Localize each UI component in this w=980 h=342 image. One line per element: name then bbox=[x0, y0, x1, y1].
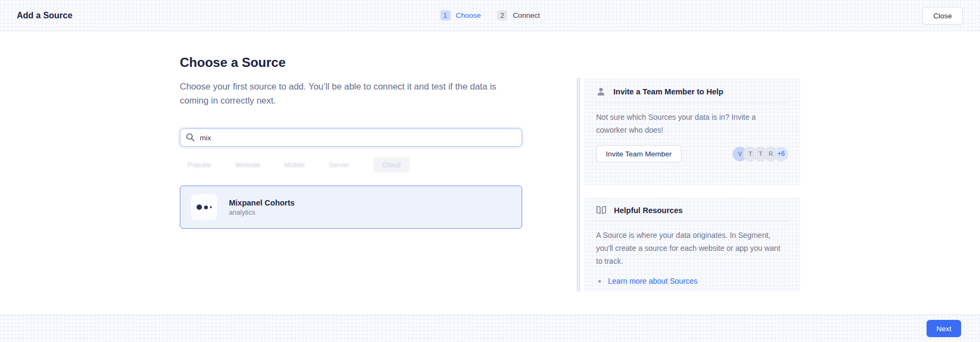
tab-popular[interactable]: Popular bbox=[187, 161, 212, 169]
invite-card-header: Invite a Team Member to Help bbox=[596, 78, 788, 97]
invite-team-card: Invite a Team Member to Help Not sure wh… bbox=[584, 78, 800, 185]
header-bar: Add a Source 1 Choose 2 Connect Close bbox=[0, 0, 980, 31]
tab-server[interactable]: Server bbox=[329, 161, 349, 169]
page-title: Add a Source bbox=[17, 11, 72, 20]
invite-team-member-button[interactable]: Invite Team Member bbox=[596, 145, 681, 162]
step-choose-label: Choose bbox=[456, 11, 481, 19]
resources-card-body: A Source is where your data originates. … bbox=[596, 229, 788, 268]
step-connect-label: Connect bbox=[513, 11, 540, 19]
sidebar-texture-strip bbox=[577, 78, 580, 292]
tab-cloud[interactable]: Cloud bbox=[373, 157, 410, 173]
search-input[interactable] bbox=[180, 128, 522, 147]
source-result-mixpanel-cohorts[interactable]: Mixpanel Cohorts analytics bbox=[180, 186, 522, 229]
divider bbox=[596, 221, 788, 221]
main-column: Choose a Source Choose your first source… bbox=[180, 31, 522, 229]
wizard-steps: 1 Choose 2 Connect bbox=[440, 0, 540, 31]
resource-link-item: Learn more about Sources bbox=[596, 277, 788, 285]
bullet-dot-icon bbox=[598, 280, 601, 283]
footer-bar: Next bbox=[0, 314, 980, 342]
section-description: Choose your first source to add. You’ll … bbox=[180, 79, 504, 107]
content-area: Choose a Source Choose your first source… bbox=[0, 31, 980, 314]
avatar-overflow-badge: +6 bbox=[774, 147, 788, 161]
team-avatars: V T T R +6 bbox=[733, 147, 788, 161]
source-name: Mixpanel Cohorts bbox=[229, 199, 295, 207]
person-icon bbox=[596, 87, 606, 97]
section-heading: Choose a Source bbox=[180, 55, 522, 70]
next-button[interactable]: Next bbox=[927, 320, 961, 337]
mixpanel-dots-logo bbox=[191, 194, 217, 220]
step-connect-number: 2 bbox=[497, 10, 508, 20]
helpful-resources-card: Helpful Resources A Source is where your… bbox=[584, 198, 800, 292]
resources-card-header: Helpful Resources bbox=[596, 198, 788, 215]
tab-mobile[interactable]: Mobile bbox=[285, 161, 305, 169]
divider bbox=[596, 102, 788, 103]
resources-card-title: Helpful Resources bbox=[614, 206, 682, 215]
step-choose-number: 1 bbox=[440, 10, 450, 20]
step-connect[interactable]: 2 Connect bbox=[497, 10, 540, 20]
invite-card-title: Invite a Team Member to Help bbox=[613, 87, 724, 96]
step-choose[interactable]: 1 Choose bbox=[440, 10, 481, 20]
source-category: analytics bbox=[229, 209, 295, 216]
close-button[interactable]: Close bbox=[922, 6, 963, 24]
learn-more-sources-link[interactable]: Learn more about Sources bbox=[608, 277, 698, 285]
tab-website[interactable]: Website bbox=[235, 161, 261, 169]
add-source-page: Add a Source 1 Choose 2 Connect Close Ch… bbox=[0, 0, 980, 342]
result-text: Mixpanel Cohorts analytics bbox=[229, 199, 295, 216]
book-icon bbox=[596, 206, 606, 215]
search-icon bbox=[186, 133, 195, 142]
source-search bbox=[180, 128, 522, 147]
invite-actions-row: Invite Team Member V T T R +6 bbox=[596, 145, 788, 162]
invite-card-body: Not sure which Sources your data is in? … bbox=[596, 111, 788, 136]
category-tabs: Popular Website Mobile Server Cloud bbox=[180, 156, 522, 173]
